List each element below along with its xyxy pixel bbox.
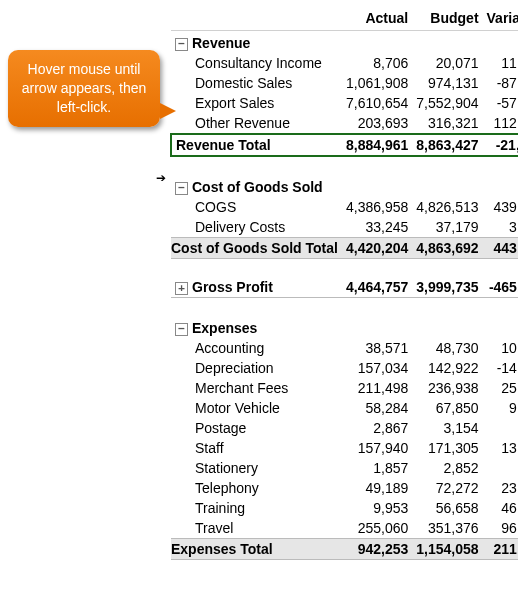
revenue-total-actual: 8,884,961	[342, 134, 412, 156]
table-row: Merchant Fees211,498236,93825,439	[171, 378, 518, 398]
table-row: Consultancy Income8,70620,07111,365	[171, 53, 518, 73]
row-variance: -87,777	[483, 73, 518, 93]
cogs-title: Cost of Goods Sold	[192, 179, 323, 195]
expand-icon[interactable]: +	[175, 282, 188, 295]
row-label: Motor Vehicle	[171, 398, 342, 418]
callout-text: Hover mouse until arrow appears, then le…	[22, 61, 147, 115]
row-variance: 10,159	[483, 338, 518, 358]
collapse-icon[interactable]: −	[175, 323, 188, 336]
row-variance: 3,934	[483, 217, 518, 238]
table-row: Training9,95356,65846,704	[171, 498, 518, 518]
row-label: Export Sales	[171, 93, 342, 113]
row-actual: 157,940	[342, 438, 412, 458]
table-row: Accounting38,57148,73010,159	[171, 338, 518, 358]
row-actual: 9,953	[342, 498, 412, 518]
table-row: Telephony49,18972,27223,083	[171, 478, 518, 498]
gross-profit-budget: 3,999,735	[412, 277, 482, 298]
row-actual: 49,189	[342, 478, 412, 498]
revenue-total-label: Revenue Total	[171, 134, 342, 156]
table-row: Domestic Sales1,061,908974,131-87,777	[171, 73, 518, 93]
row-label: Accounting	[171, 338, 342, 358]
table-row: Depreciation157,034142,922-14,112	[171, 358, 518, 378]
row-actual: 1,061,908	[342, 73, 412, 93]
row-label: Staff	[171, 438, 342, 458]
table-row: Other Revenue203,693316,321112,628	[171, 113, 518, 134]
row-actual: 38,571	[342, 338, 412, 358]
row-label: Travel	[171, 518, 342, 539]
row-variance: 11,365	[483, 53, 518, 73]
row-actual: 157,034	[342, 358, 412, 378]
instruction-callout: Hover mouse until arrow appears, then le…	[8, 50, 160, 127]
cogs-total-actual: 4,420,204	[342, 238, 412, 259]
row-actual: 1,857	[342, 458, 412, 478]
row-label: Other Revenue	[171, 113, 342, 134]
cogs-total-budget: 4,863,692	[412, 238, 482, 259]
col-variance: Variance	[483, 8, 518, 31]
cogs-total-row: Cost of Goods Sold Total 4,420,204 4,863…	[171, 238, 518, 259]
revenue-total-row[interactable]: Revenue Total 8,884,961 8,863,427 -21,53…	[171, 134, 518, 156]
cogs-total-variance: 443,488	[483, 238, 518, 259]
row-variance: 46,704	[483, 498, 518, 518]
row-budget: 974,131	[412, 73, 482, 93]
row-actual: 7,610,654	[342, 93, 412, 113]
collapse-icon[interactable]: −	[175, 38, 188, 51]
row-budget: 56,658	[412, 498, 482, 518]
row-label: Postage	[171, 418, 342, 438]
row-actual: 33,245	[342, 217, 412, 238]
expenses-total-variance: 211,805	[483, 539, 518, 560]
gross-profit-actual: 4,464,757	[342, 277, 412, 298]
header-row: Actual Budget Variance	[171, 8, 518, 31]
row-actual: 203,693	[342, 113, 412, 134]
row-label: COGS	[171, 197, 342, 217]
cogs-total-label: Cost of Goods Sold Total	[171, 238, 342, 259]
row-actual: 8,706	[342, 53, 412, 73]
row-budget: 316,321	[412, 113, 482, 134]
table-row: Motor Vehicle58,28467,8509,567	[171, 398, 518, 418]
row-budget: 4,826,513	[412, 197, 482, 217]
row-variance: 13,365	[483, 438, 518, 458]
row-variance: -57,750	[483, 93, 518, 113]
table-row: Stationery1,8572,852994	[171, 458, 518, 478]
row-actual: 4,386,958	[342, 197, 412, 217]
row-label: Delivery Costs	[171, 217, 342, 238]
collapse-icon[interactable]: −	[175, 182, 188, 195]
row-variance: 9,567	[483, 398, 518, 418]
row-label: Stationery	[171, 458, 342, 478]
expenses-total-label: Expenses Total	[171, 539, 342, 560]
table-row: Staff157,940171,30513,365	[171, 438, 518, 458]
gross-profit-title: Gross Profit	[192, 279, 273, 295]
row-budget: 2,852	[412, 458, 482, 478]
row-select-arrow-icon: ➔	[156, 172, 166, 184]
table-row: Postage2,8673,154288	[171, 418, 518, 438]
expenses-title: Expenses	[192, 320, 257, 336]
expenses-section-header: −Expenses	[171, 316, 518, 338]
row-variance: 25,439	[483, 378, 518, 398]
row-budget: 37,179	[412, 217, 482, 238]
revenue-total-budget: 8,863,427	[412, 134, 482, 156]
row-label: Telephony	[171, 478, 342, 498]
row-budget: 67,850	[412, 398, 482, 418]
gross-profit-variance: -465,022	[483, 277, 518, 298]
expenses-total-row: Expenses Total 942,253 1,154,058 211,805	[171, 539, 518, 560]
col-actual: Actual	[342, 8, 412, 31]
row-variance: 439,555	[483, 197, 518, 217]
revenue-section-header: −Revenue	[171, 31, 518, 54]
table-row: Travel255,060351,37696,316	[171, 518, 518, 539]
row-budget: 72,272	[412, 478, 482, 498]
row-label: Consultancy Income	[171, 53, 342, 73]
cogs-section-header: −Cost of Goods Sold	[171, 175, 518, 197]
col-budget: Budget	[412, 8, 482, 31]
row-budget: 351,376	[412, 518, 482, 539]
gross-profit-row: +Gross Profit 4,464,757 3,999,735 -465,0…	[171, 277, 518, 298]
row-budget: 20,071	[412, 53, 482, 73]
row-actual: 255,060	[342, 518, 412, 539]
row-variance: 288	[483, 418, 518, 438]
row-label: Merchant Fees	[171, 378, 342, 398]
row-budget: 236,938	[412, 378, 482, 398]
row-label: Depreciation	[171, 358, 342, 378]
row-budget: 48,730	[412, 338, 482, 358]
financial-table: Actual Budget Variance −Revenue Consulta…	[170, 8, 518, 560]
table-row: COGS4,386,9584,826,513439,555	[171, 197, 518, 217]
revenue-title: Revenue	[192, 35, 250, 51]
row-variance: 112,628	[483, 113, 518, 134]
